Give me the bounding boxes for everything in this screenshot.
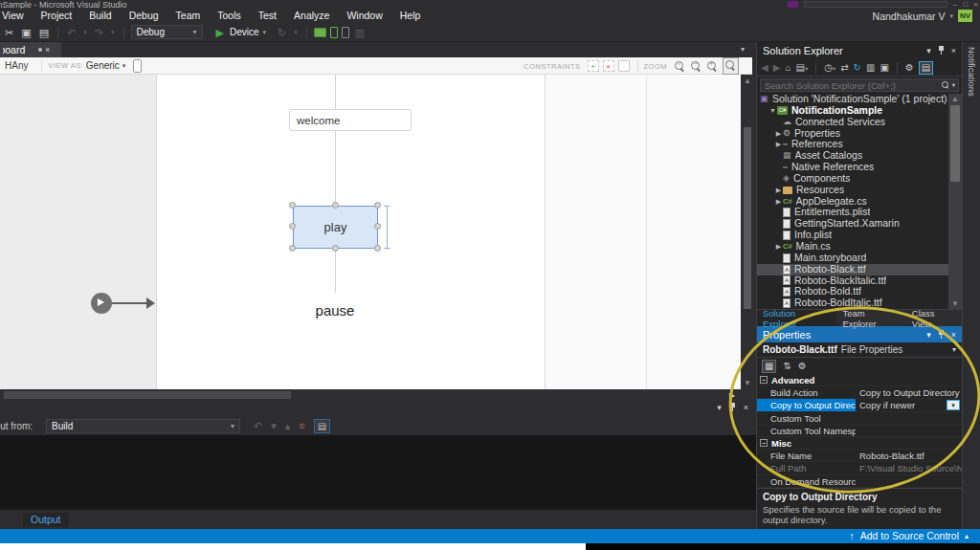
tree-item-infoplist[interactable]: Info.plist: [757, 230, 962, 241]
minimize-button[interactable]: –: [953, 0, 957, 9]
section-advanced[interactable]: −Advanced: [757, 374, 962, 386]
pause-label-control[interactable]: pause: [297, 302, 373, 319]
switch-views-icon[interactable]: ▤▾: [795, 62, 808, 73]
prop-row-copy-to-output[interactable]: Copy to Output Directory Copy if newer ▾: [757, 399, 962, 411]
menu-tools[interactable]: Tools: [209, 9, 250, 23]
expander-expanded-icon[interactable]: ▼: [768, 105, 777, 117]
collapse-icon[interactable]: −: [760, 439, 768, 447]
phone-add-icon[interactable]: [330, 27, 338, 38]
tree-item-roboto-blackitalic[interactable]: A Roboto-BlackItalic.ttf: [757, 275, 962, 287]
pin-icon[interactable]: [729, 403, 736, 412]
copy-icon[interactable]: ▣: [19, 24, 33, 41]
tab-team-explorer[interactable]: Team Explorer: [836, 310, 905, 326]
selection-handle[interactable]: [374, 245, 381, 252]
prop-row-full-path[interactable]: Full Path F:\Visual Studio Source\Noti: [757, 462, 962, 474]
tree-item-maincs[interactable]: ▶ C# Main.cs: [757, 241, 962, 253]
tree-item-references[interactable]: ▶ ▪▪ References: [757, 139, 962, 150]
prop-row-custom-tool[interactable]: Custom Tool: [757, 412, 962, 425]
prop-row-file-name[interactable]: File Name Roboto-Black.ttf: [757, 450, 962, 462]
scroll-down-icon[interactable]: ▼: [741, 379, 754, 387]
zoom-fit-icon[interactable]: ▫: [675, 61, 685, 72]
welcome-textfield[interactable]: welcome: [289, 109, 412, 131]
expander-collapsed-icon[interactable]: ▶: [774, 128, 783, 140]
chevron-down-icon[interactable]: ▾: [292, 24, 300, 41]
tab-class-view[interactable]: Class View: [906, 310, 962, 326]
tree-item-native-references[interactable]: ▪▪ Native References: [757, 162, 962, 173]
search-options-icon[interactable]: ▾: [952, 81, 955, 89]
tree-item-entitlements[interactable]: Entitlements.plist: [757, 207, 962, 218]
clear-output-icon[interactable]: ≡: [299, 420, 304, 431]
menu-help[interactable]: Help: [391, 9, 430, 23]
search-input[interactable]: [761, 80, 942, 91]
back-icon[interactable]: ◀: [761, 62, 768, 73]
zoom-actual-size-button[interactable]: [723, 57, 739, 75]
menu-build[interactable]: Build: [80, 9, 120, 23]
pin-icon[interactable]: [938, 330, 945, 340]
alphabetical-sort-icon[interactable]: ⇅: [783, 361, 791, 371]
undo-dropdown-icon[interactable]: ▾: [81, 24, 89, 41]
expander-collapsed-icon[interactable]: ▶: [774, 196, 783, 208]
prop-row-on-demand-resource[interactable]: On Demand Resource Ta: [757, 475, 962, 488]
collapse-all-icon[interactable]: ▥: [866, 62, 875, 73]
quick-launch-input[interactable]: [804, 1, 947, 8]
tree-item-project[interactable]: ▼ C# NotificationSample: [757, 105, 962, 117]
tree-item-properties[interactable]: ▶ ⚙ Properties: [757, 128, 962, 140]
find-message-icon[interactable]: ↶: [254, 420, 262, 432]
close-icon[interactable]: ×: [951, 330, 956, 340]
feedback-icon[interactable]: [788, 1, 798, 8]
selection-handle[interactable]: [332, 245, 339, 252]
scrollbar-thumb[interactable]: [744, 127, 751, 309]
solution-explorer-search[interactable]: ▾: [760, 78, 959, 92]
tree-item-appdelegate[interactable]: ▶ C# AppDelegate.cs: [757, 196, 962, 208]
tree-scrollbar[interactable]: ▲ ▼: [948, 94, 962, 309]
device-preview-icon[interactable]: [133, 59, 142, 73]
tree-item-connected-services[interactable]: ☁ Connected Services: [757, 117, 962, 128]
tree-item-resources[interactable]: ▶ Resources: [757, 185, 962, 196]
window-dropdown-icon[interactable]: ▾: [926, 46, 931, 55]
property-pages-wrench-icon[interactable]: ⚙: [798, 361, 807, 371]
tab-notifications[interactable]: Notifications: [967, 47, 977, 97]
window-dropdown-icon[interactable]: ▾: [926, 330, 931, 340]
selection-handle[interactable]: [289, 245, 296, 252]
value-dropdown-icon[interactable]: ▾: [947, 400, 960, 410]
designer-horizontal-scrollbar[interactable]: ▶: [0, 389, 754, 401]
tab-output[interactable]: Output: [23, 513, 69, 527]
deploy-icon[interactable]: ▥: [353, 24, 367, 41]
menu-project[interactable]: Project: [33, 9, 81, 23]
clear-constraints-icon[interactable]: ×: [603, 60, 614, 72]
menu-view[interactable]: View: [0, 9, 33, 23]
add-to-source-control-button[interactable]: ↑ Add to Source Control ▴: [849, 530, 969, 541]
account-area[interactable]: Nandhakumar V ▾ NV: [873, 9, 972, 23]
properties-header[interactable]: Properties ▾ ×: [757, 326, 962, 342]
tree-item-components[interactable]: ◈ Components: [757, 173, 962, 185]
paste-icon[interactable]: ▤: [37, 24, 51, 41]
menu-debug[interactable]: Debug: [121, 9, 167, 23]
view-as-dropdown[interactable]: Generic ▾: [86, 60, 126, 71]
start-debug-button[interactable]: ▶ Device ▾: [214, 24, 267, 41]
configuration-dropdown[interactable]: Debug ▾: [131, 25, 203, 39]
tree-item-gettingstarted[interactable]: GettingStarted.Xamarin: [757, 218, 962, 230]
designer-vertical-scrollbar[interactable]: ▲ ▼: [741, 75, 754, 389]
expander-collapsed-icon[interactable]: ▶: [774, 139, 783, 150]
scrollbar-thumb[interactable]: [4, 391, 291, 399]
tab-solution-explorer[interactable]: Solution Explorer: [757, 310, 836, 326]
prop-row-custom-tool-namespace[interactable]: Custom Tool Namespace: [757, 425, 962, 437]
forward-icon[interactable]: ▶: [773, 62, 781, 73]
refresh-icon[interactable]: ↻: [854, 62, 861, 73]
refresh-icon[interactable]: ↻: [276, 24, 288, 41]
prop-row-build-action[interactable]: Build Action Copy to Output Directory: [757, 386, 962, 399]
undo-icon[interactable]: ↶: [65, 24, 78, 41]
add-constraints-icon[interactable]: +: [588, 60, 599, 72]
scroll-down-icon[interactable]: ▼: [948, 299, 962, 308]
menu-test[interactable]: Test: [250, 9, 285, 23]
tree-item-roboto-bolditalic[interactable]: A Roboto-BoldItalic.ttf: [757, 297, 962, 309]
menu-team[interactable]: Team: [167, 9, 210, 23]
goto-prev-icon[interactable]: ▾: [271, 420, 277, 432]
phone-icon[interactable]: [342, 27, 349, 38]
menu-window[interactable]: Window: [338, 9, 390, 23]
word-wrap-icon[interactable]: ▤: [314, 419, 330, 433]
output-source-dropdown[interactable]: Build ▾: [46, 419, 240, 433]
selection-handle[interactable]: [332, 202, 339, 209]
goto-next-icon[interactable]: ▴: [285, 420, 291, 432]
cut-icon[interactable]: ✂: [3, 24, 15, 41]
